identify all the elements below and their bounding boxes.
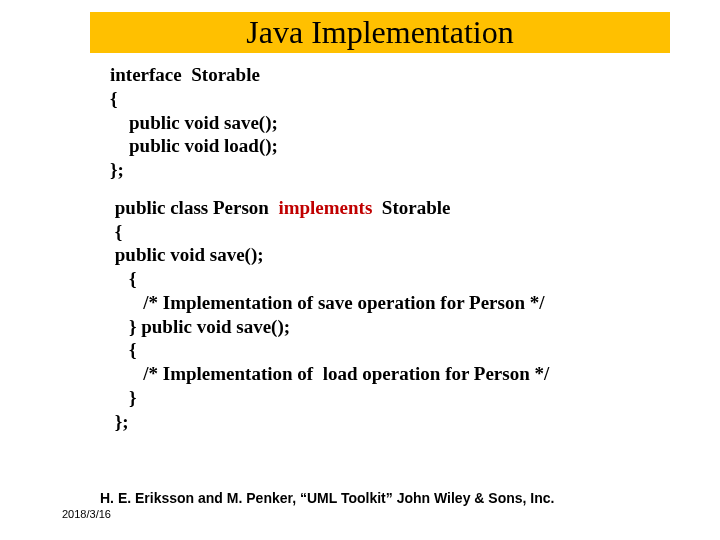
citation-text: H. E. Eriksson and M. Penker, “UML Toolk…	[100, 490, 554, 506]
code-line: {	[110, 267, 680, 291]
spacer	[110, 182, 680, 196]
code-line: /* Implementation of load operation for …	[110, 362, 680, 386]
code-line: public void save();	[110, 111, 680, 135]
code-line: {	[110, 220, 680, 244]
code-line: };	[110, 410, 680, 434]
code-line: public class Person implements Storable	[110, 196, 680, 220]
code-line: /* Implementation of save operation for …	[110, 291, 680, 315]
slide-title: Java Implementation	[90, 12, 670, 53]
code-content: interface Storable { public void save();…	[110, 63, 680, 433]
code-line: {	[110, 338, 680, 362]
code-line: interface Storable	[110, 63, 680, 87]
code-line: public void save();	[110, 243, 680, 267]
code-line: }	[110, 386, 680, 410]
code-line: {	[110, 87, 680, 111]
code-line: public void load();	[110, 134, 680, 158]
code-line: } public void save();	[110, 315, 680, 339]
code-line: };	[110, 158, 680, 182]
keyword-implements: implements	[278, 197, 372, 218]
footer-date: 2018/3/16	[62, 508, 111, 520]
